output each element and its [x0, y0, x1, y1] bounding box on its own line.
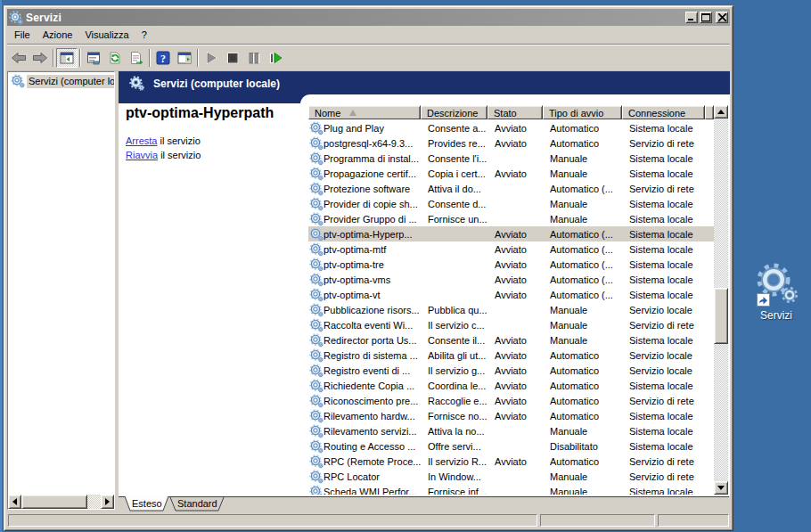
- table-row[interactable]: Propagazione certif...Copia i cert...Avv…: [308, 166, 714, 181]
- table-row[interactable]: Rilevamento hardw...Fornisce no...Avviat…: [308, 408, 714, 423]
- maximize-button[interactable]: [700, 12, 712, 23]
- column-header-connessione[interactable]: Connessione: [622, 105, 705, 119]
- cell-status: [487, 203, 543, 204]
- table-row[interactable]: ptv-optima-vmsAvviatoAutomatico (...Sist…: [308, 272, 714, 287]
- menu-azione[interactable]: Azione: [37, 28, 79, 43]
- service-name-text: Scheda WMI Perfor...: [324, 486, 417, 495]
- table-row[interactable]: Pubblicazione risors...Pubblica qu...Man…: [308, 302, 714, 317]
- tab-esteso-label[interactable]: Esteso: [132, 498, 162, 509]
- stop-service-line: Arresta il servizio: [126, 134, 300, 148]
- table-row[interactable]: Provider Gruppo di ...Fornisce un...Manu…: [308, 211, 714, 226]
- table-row[interactable]: Registro eventi di ...Il servizio g...Av…: [308, 363, 714, 378]
- menu-visualizza[interactable]: Visualizza: [78, 28, 135, 43]
- cell-name: ptv-optima-vt: [308, 288, 421, 302]
- cell-startup: Manuale: [543, 152, 622, 164]
- start-service-button[interactable]: [201, 48, 222, 68]
- cell-logon: Sistema locale: [622, 228, 705, 240]
- properties-button[interactable]: [83, 48, 104, 68]
- tab-standard-label[interactable]: Standard: [177, 498, 217, 509]
- service-gear-icon: [309, 136, 324, 151]
- desktop-icon-label[interactable]: Servizi: [749, 309, 804, 322]
- back-button[interactable]: [8, 48, 29, 68]
- table-row[interactable]: Redirector porta Us...Consente il...Avvi…: [308, 332, 714, 348]
- cell-logon: Sistema locale: [622, 486, 705, 495]
- table-row[interactable]: Registro di sistema ...Abilita gli ut...…: [308, 348, 714, 363]
- scroll-down-button[interactable]: [714, 481, 728, 495]
- table-row-selected[interactable]: ptv-optima-Hyperp...AvviatoAutomatico (.…: [308, 226, 714, 241]
- table-row[interactable]: Routing e Accesso ...Offre servi...Disab…: [308, 438, 714, 454]
- minimize-button[interactable]: [685, 12, 698, 23]
- cell-name: RPC (Remote Proce...: [308, 454, 421, 469]
- sort-ascending-icon: [349, 110, 356, 116]
- table-row[interactable]: Provider di copie sh...Consente d...Manu…: [308, 196, 714, 211]
- table-row[interactable]: ptv-optima-vtAvviatoAutomatico (...Siste…: [308, 287, 714, 302]
- scroll-left-button[interactable]: [8, 495, 21, 509]
- cell-description: In Window...: [421, 471, 487, 482]
- scroll-right-button[interactable]: [101, 495, 114, 509]
- svg-text:?: ?: [160, 53, 166, 65]
- service-name-text: Routing e Accesso ...: [324, 440, 415, 452]
- table-row[interactable]: RPC LocatorIn Window...ManualeServizio d…: [308, 469, 714, 484]
- table-row[interactable]: Richiedente Copia ...Coordina le...Avvia…: [308, 378, 714, 393]
- cell-description: Fornisce un...: [421, 213, 487, 225]
- cell-name: ptv-optima-tre: [308, 258, 421, 272]
- table-row[interactable]: Protezione softwareAttiva il do...Automa…: [308, 181, 714, 196]
- cell-startup: Manuale: [543, 213, 622, 225]
- vertical-scroll-thumb[interactable]: [714, 288, 728, 344]
- cell-name: Routing e Accesso ...: [308, 439, 421, 454]
- cell-status: Avviato: [487, 364, 543, 376]
- cell-startup: Automatico: [543, 395, 622, 406]
- service-gear-icon: [309, 227, 324, 241]
- stop-service-button[interactable]: [222, 48, 243, 68]
- cell-startup: Manuale: [543, 334, 622, 346]
- cell-status: Avviato: [487, 228, 543, 240]
- table-row[interactable]: Riconoscimento pre...Raccoglie e...Avvia…: [308, 393, 714, 408]
- table-row[interactable]: Programma di instal...Consente l'i...Man…: [308, 151, 714, 166]
- pause-service-button[interactable]: [243, 48, 265, 68]
- table-row[interactable]: ptv-optima-mtfAvviatoAutomatico (...Sist…: [308, 241, 714, 257]
- show-console-tree-button[interactable]: [56, 48, 78, 68]
- export-list-icon: [129, 51, 143, 65]
- help-button[interactable]: ?: [152, 48, 174, 68]
- list-vertical-scrollbar[interactable]: [714, 105, 728, 495]
- cell-startup: Automatico (...: [543, 289, 622, 300]
- restart-service-button[interactable]: [265, 48, 286, 68]
- restart-service-suffix: il servizio: [158, 150, 201, 160]
- refresh-icon: [108, 51, 122, 65]
- close-button[interactable]: [716, 12, 728, 23]
- column-header-descrizione[interactable]: Descrizione: [421, 105, 487, 119]
- service-name-text: Rilevamento hardw...: [324, 410, 415, 422]
- tree-item-services-root[interactable]: Servizi (computer lo: [8, 74, 114, 88]
- menu-help[interactable]: ?: [135, 28, 153, 43]
- column-header-nome[interactable]: Nome: [308, 105, 421, 119]
- titlebar[interactable]: Servizi: [7, 9, 730, 26]
- refresh-button[interactable]: [104, 48, 126, 68]
- table-row[interactable]: Scheda WMI Perfor...Fornisce inf...Manua…: [308, 484, 714, 495]
- table-row[interactable]: ptv-optima-treAvviatoAutomatico (...Sist…: [308, 257, 714, 272]
- service-detail-pane: ptv-optima-Hyperpath Arresta il servizio…: [126, 107, 300, 162]
- show-action-pane-button[interactable]: [174, 48, 195, 68]
- column-header-tipo-di-avvio[interactable]: Tipo di avvio: [543, 105, 622, 119]
- horizontal-scroll-thumb[interactable]: [21, 495, 87, 509]
- cell-startup: Disabilitato: [543, 440, 622, 452]
- menu-file[interactable]: File: [8, 28, 37, 43]
- column-header-stato[interactable]: Stato: [487, 105, 543, 119]
- cell-startup: Automatico: [543, 380, 622, 391]
- cell-logon: Servizio locale: [622, 364, 705, 376]
- table-row[interactable]: Raccolta eventi Wi...Il servizio c...Man…: [308, 317, 714, 332]
- forward-button[interactable]: [29, 48, 51, 68]
- table-row[interactable]: Plug and PlayConsente a...AvviatoAutomat…: [308, 120, 714, 135]
- desktop-shortcut-servizi[interactable]: Servizi: [749, 263, 804, 322]
- restart-service-link[interactable]: Riavvia: [126, 150, 158, 160]
- service-gear-icon: [309, 424, 324, 438]
- stop-service-link[interactable]: Arresta: [126, 135, 157, 146]
- table-row[interactable]: postgresql-x64-9.3...Provides re...Avvia…: [308, 135, 714, 151]
- tree-horizontal-scrollbar[interactable]: [8, 495, 114, 509]
- service-name-text: Provider di copie sh...: [324, 198, 418, 209]
- table-row[interactable]: RPC (Remote Proce...Il servizio R...Avvi…: [308, 454, 714, 469]
- table-row[interactable]: Rilevamento servizi...Attiva la no...Man…: [308, 423, 714, 438]
- cell-logon: Sistema locale: [622, 274, 705, 285]
- cell-description: Il servizio g...: [421, 364, 487, 376]
- export-list-button[interactable]: [126, 48, 147, 68]
- scroll-up-button[interactable]: [714, 105, 728, 119]
